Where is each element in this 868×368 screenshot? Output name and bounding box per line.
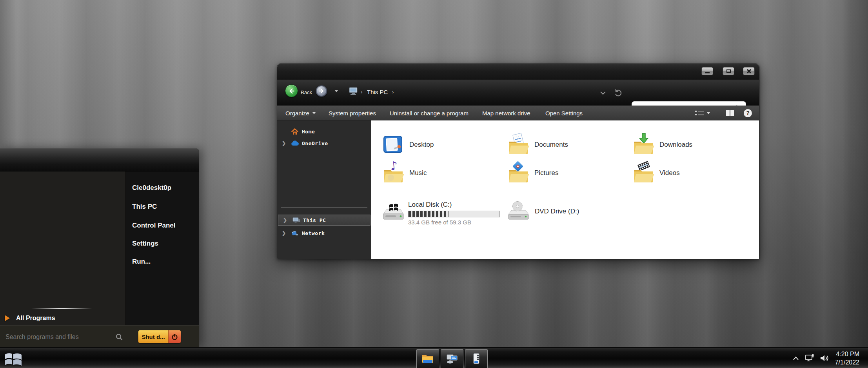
expand-chevron-icon[interactable]: ❯ (282, 230, 287, 236)
file-explorer-window: Back › This PC › Organize (277, 64, 759, 259)
taskbar-button-file-explorer[interactable] (416, 349, 439, 368)
close-icon (746, 69, 752, 74)
breadcrumb-chevron-2[interactable]: › (392, 89, 394, 95)
recent-locations-dropdown[interactable] (334, 90, 338, 92)
folder-tile-music[interactable]: ♪ Music (382, 161, 427, 185)
chevron-up-icon[interactable] (792, 355, 800, 361)
minimize-icon (705, 72, 710, 73)
search-icon (115, 333, 123, 341)
back-arrow-icon (288, 87, 296, 95)
maximize-icon (726, 69, 731, 73)
sidebar-label: This PC (303, 217, 326, 223)
map-network-drive-button[interactable]: Map network drive (482, 106, 530, 120)
power-icon (171, 333, 178, 341)
shut-down-label: Shut d... (138, 330, 168, 343)
address-dropdown-icon[interactable] (599, 91, 607, 95)
start-menu-header (0, 149, 199, 171)
breadcrumb-this-pc[interactable]: This PC (367, 89, 388, 95)
tile-label: Pictures (534, 169, 558, 177)
forward-arrow-icon (318, 87, 325, 95)
desktop: { "explorer": { "window_title": "", "con… (0, 0, 868, 368)
title-bar (277, 64, 759, 80)
start-item-control-panel[interactable]: Control Panel (132, 221, 176, 230)
dvd-drive-icon (507, 201, 530, 222)
maximize-button[interactable] (723, 67, 734, 75)
taskbar-button-computer-tower[interactable] (465, 349, 488, 368)
home-icon (291, 128, 299, 135)
forward-button[interactable] (316, 85, 327, 97)
drive-free-space: 33.4 GB free of 59.3 GB (408, 219, 500, 226)
organize-label: Organize (285, 110, 309, 117)
expand-chevron-icon[interactable]: ❯ (282, 140, 287, 146)
drive-tile-local-disk[interactable]: Local Disk (C:) 33.4 GB free of 59.3 GB (381, 201, 500, 226)
help-button[interactable]: ? (744, 106, 752, 120)
start-item-run[interactable]: Run... (132, 257, 151, 266)
breadcrumb-chevron[interactable]: › (361, 89, 362, 95)
start-menu: Cle0deskt0p This PC Control Panel Settin… (0, 148, 199, 347)
preview-pane-button[interactable] (726, 106, 734, 120)
tile-label: Documents (534, 141, 568, 149)
chevron-down-icon (312, 112, 316, 114)
start-menu-programs-panel (0, 171, 125, 325)
system-properties-button[interactable]: System properties (329, 106, 376, 120)
onedrive-cloud-icon (291, 140, 299, 147)
shut-down-button[interactable]: Shut d... (138, 330, 181, 343)
refresh-icon[interactable] (614, 88, 623, 97)
navigation-pane: Home ❯ OneDrive ❯ This PC ❯ Network (277, 120, 371, 259)
back-label: Back (301, 89, 312, 95)
expand-chevron-icon[interactable]: ❯ (283, 217, 289, 223)
all-programs-arrow-icon (5, 315, 10, 321)
all-programs-separator (31, 308, 92, 309)
tray-clock[interactable]: 4:20 PM 7/1/2022 (835, 350, 859, 366)
network-icon (291, 230, 299, 237)
speaker-icon[interactable] (819, 354, 830, 363)
view-details-button[interactable] (695, 106, 710, 120)
tile-label: Downloads (659, 141, 692, 149)
open-settings-button[interactable]: Open Settings (545, 106, 583, 120)
sidebar-item-this-pc[interactable]: ❯ This PC (278, 215, 370, 226)
start-menu-bottom-bar: Shut d... (0, 325, 199, 347)
remote-pc-icon (445, 353, 459, 365)
disk-usage-bar (408, 211, 500, 217)
start-button[interactable] (4, 350, 23, 366)
organize-menu[interactable]: Organize (285, 106, 316, 120)
folder-content-area: Desktop Documents (371, 120, 759, 259)
music-folder-icon: ♪ (382, 162, 404, 184)
breadcrumb-computer-icon (349, 87, 358, 95)
sidebar-item-network[interactable]: ❯ Network (277, 228, 371, 239)
computer-icon (292, 217, 300, 224)
documents-folder-icon (507, 134, 529, 156)
drive-tile-dvd[interactable]: DVD Drive (D:) (507, 201, 579, 222)
drive-label: Local Disk (C:) (408, 201, 500, 209)
tile-label: Music (409, 169, 427, 177)
taskbar-button-remote-pc[interactable] (441, 349, 463, 368)
all-programs-button[interactable]: All Programs (0, 313, 125, 324)
start-item-username[interactable]: Cle0deskt0p (132, 183, 171, 193)
folder-tile-desktop[interactable]: Desktop (382, 133, 434, 157)
power-button-segment[interactable] (168, 330, 181, 343)
desktop-icon (382, 134, 404, 156)
sidebar-separator (281, 208, 367, 208)
sidebar-item-onedrive[interactable]: ❯ OneDrive (277, 138, 371, 149)
close-button[interactable] (743, 67, 755, 75)
back-button[interactable] (285, 84, 298, 97)
network-tray-icon[interactable] (804, 353, 815, 363)
videos-folder-icon (632, 162, 654, 184)
drive-label: DVD Drive (D:) (535, 208, 579, 215)
uninstall-program-button[interactable]: Uninstall or change a program (390, 106, 469, 120)
tile-label: Desktop (409, 141, 434, 149)
help-icon: ? (744, 109, 752, 117)
minimize-button[interactable] (701, 67, 713, 75)
start-item-this-pc[interactable]: This PC (132, 202, 157, 211)
start-search-input[interactable] (5, 333, 115, 341)
folder-tile-downloads[interactable]: Downloads (632, 133, 692, 157)
start-item-settings[interactable]: Settings (132, 239, 158, 248)
hard-drive-icon (381, 201, 405, 222)
sidebar-item-home[interactable]: Home (277, 126, 371, 137)
command-bar: Organize System properties Uninstall or … (277, 106, 759, 120)
tray-time: 4:20 PM (835, 350, 859, 358)
folder-tile-documents[interactable]: Documents (507, 133, 568, 157)
start-search-box (5, 331, 123, 343)
folder-tile-videos[interactable]: Videos (632, 161, 680, 185)
folder-tile-pictures[interactable]: Pictures (507, 161, 558, 185)
